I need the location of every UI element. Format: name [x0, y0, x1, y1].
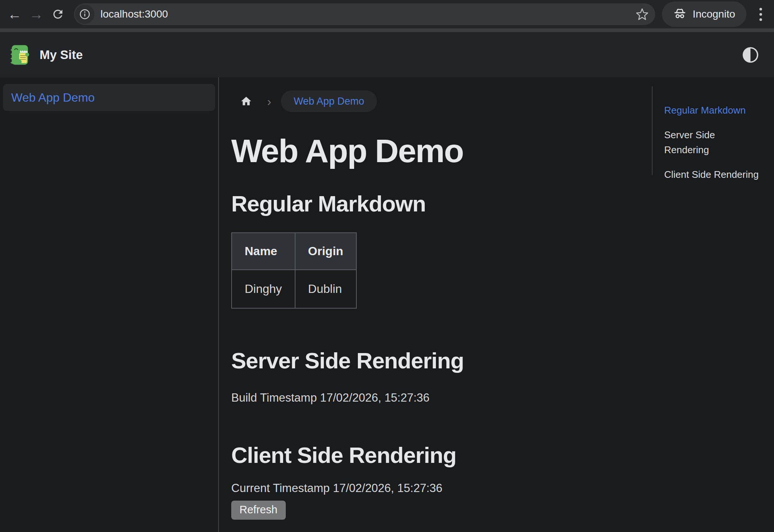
sidebar-nav: Web App Demo — [0, 77, 219, 532]
reload-button[interactable] — [47, 7, 69, 21]
refresh-button[interactable]: Refresh — [231, 501, 286, 520]
url-text[interactable]: localhost:3000 — [100, 8, 635, 20]
chevron-right-icon: › — [267, 95, 271, 108]
info-icon — [79, 8, 91, 20]
theme-toggle-button[interactable] — [742, 46, 759, 64]
breadcrumb-home-link[interactable] — [240, 95, 252, 107]
build-timestamp-text: Build Timestamp 17/02/2026, 15:27:36 — [231, 391, 637, 405]
table-of-contents: Regular Markdown Server Side Rendering C… — [652, 77, 774, 532]
toc-item-client-side-rendering[interactable]: Client Side Rendering — [664, 167, 764, 182]
heading-server-side-rendering: Server Side Rendering — [231, 347, 637, 374]
heading-client-side-rendering: Client Side Rendering — [231, 442, 637, 469]
heading-regular-markdown: Regular Markdown — [231, 191, 637, 217]
markdown-table: Name Origin Dinghy Dublin — [231, 232, 357, 309]
table-cell-name: Dinghy — [232, 270, 295, 308]
sidebar-item-web-app-demo[interactable]: Web App Demo — [3, 84, 215, 111]
contrast-icon — [742, 46, 759, 64]
table-header-row: Name Origin — [232, 233, 356, 270]
site-info-button[interactable] — [75, 4, 95, 24]
toc-item-server-side-rendering[interactable]: Server Side Rendering — [664, 127, 724, 157]
table-cell-origin: Dublin — [295, 270, 356, 308]
table-header-name: Name — [232, 233, 295, 270]
incognito-label: Incognito — [693, 8, 735, 20]
home-icon — [240, 95, 252, 107]
bookmark-star-icon[interactable] — [635, 7, 649, 21]
back-button[interactable]: ← — [4, 7, 25, 21]
page-title: Web App Demo — [231, 132, 637, 170]
crocodile-logo-icon — [10, 43, 31, 67]
address-bar[interactable]: localhost:3000 — [74, 3, 655, 25]
browser-toolbar: ← → localhost:3000 — [0, 0, 774, 28]
incognito-badge: Incognito — [662, 1, 746, 27]
browser-menu-button[interactable] — [752, 8, 769, 21]
reload-icon — [51, 7, 65, 21]
table-header-origin: Origin — [295, 233, 356, 270]
breadcrumb-current-page[interactable]: Web App Demo — [281, 90, 377, 112]
site-logo-link[interactable]: My Site — [10, 43, 83, 67]
incognito-icon — [673, 8, 687, 20]
forward-button[interactable]: → — [25, 7, 47, 21]
breadcrumb: › Web App Demo — [231, 90, 637, 112]
table-row: Dinghy Dublin — [232, 270, 356, 308]
site-title: My Site — [40, 48, 83, 62]
toolbar-divider — [0, 28, 774, 32]
toc-item-regular-markdown[interactable]: Regular Markdown — [664, 103, 764, 118]
main-content: › Web App Demo Web App Demo Regular Mark… — [219, 77, 652, 532]
site-header: My Site — [0, 32, 774, 77]
current-timestamp-text: Current Timestamp 17/02/2026, 15:27:36 — [231, 481, 637, 496]
